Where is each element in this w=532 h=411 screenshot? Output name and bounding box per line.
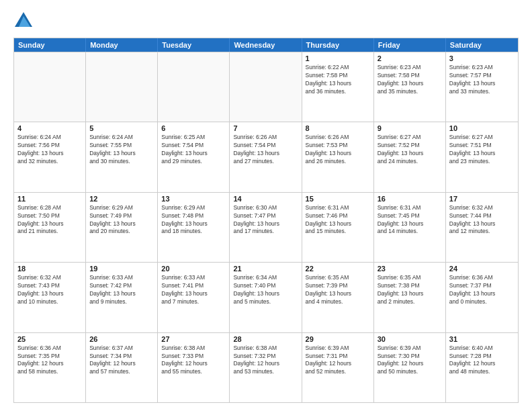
cal-cell-17: 17Sunrise: 6:32 AM Sunset: 7:44 PM Dayli… xyxy=(446,193,518,262)
cal-cell-13: 13Sunrise: 6:29 AM Sunset: 7:48 PM Dayli… xyxy=(158,193,230,262)
week-row-5: 25Sunrise: 6:36 AM Sunset: 7:35 PM Dayli… xyxy=(14,332,518,402)
cell-info: Sunrise: 6:35 AM Sunset: 7:39 PM Dayligh… xyxy=(306,274,370,306)
cell-info: Sunrise: 6:31 AM Sunset: 7:46 PM Dayligh… xyxy=(306,204,370,236)
day-number: 16 xyxy=(378,195,442,203)
header-day-monday: Monday xyxy=(86,38,158,52)
cell-info: Sunrise: 6:27 AM Sunset: 7:52 PM Dayligh… xyxy=(378,134,442,166)
cell-info: Sunrise: 6:25 AM Sunset: 7:54 PM Dayligh… xyxy=(161,134,226,166)
cell-info: Sunrise: 6:32 AM Sunset: 7:43 PM Dayligh… xyxy=(17,274,82,306)
day-number: 15 xyxy=(306,195,370,203)
cal-cell-31: 31Sunrise: 6:40 AM Sunset: 7:28 PM Dayli… xyxy=(446,333,518,402)
cell-info: Sunrise: 6:28 AM Sunset: 7:50 PM Dayligh… xyxy=(17,204,82,236)
cell-info: Sunrise: 6:36 AM Sunset: 7:35 PM Dayligh… xyxy=(17,345,82,377)
cell-info: Sunrise: 6:31 AM Sunset: 7:45 PM Dayligh… xyxy=(378,204,442,236)
day-number: 28 xyxy=(233,335,298,343)
day-number: 22 xyxy=(306,265,370,273)
cal-cell-7: 7Sunrise: 6:26 AM Sunset: 7:54 PM Daylig… xyxy=(230,122,302,191)
day-number: 12 xyxy=(89,195,154,203)
cell-info: Sunrise: 6:36 AM Sunset: 7:37 PM Dayligh… xyxy=(449,274,515,306)
cal-cell-25: 25Sunrise: 6:36 AM Sunset: 7:35 PM Dayli… xyxy=(14,333,86,402)
cal-cell-3: 3Sunrise: 6:23 AM Sunset: 7:57 PM Daylig… xyxy=(446,52,518,122)
day-number: 5 xyxy=(89,124,154,132)
day-number: 25 xyxy=(17,335,82,343)
cell-info: Sunrise: 6:22 AM Sunset: 7:58 PM Dayligh… xyxy=(306,64,370,96)
day-number: 24 xyxy=(449,265,515,273)
calendar: SundayMondayTuesdayWednesdayThursdayFrid… xyxy=(13,38,519,403)
cell-info: Sunrise: 6:32 AM Sunset: 7:44 PM Dayligh… xyxy=(449,204,515,236)
header-day-saturday: Saturday xyxy=(446,38,518,52)
cell-info: Sunrise: 6:38 AM Sunset: 7:32 PM Dayligh… xyxy=(233,345,298,377)
day-number: 13 xyxy=(161,195,226,203)
logo-icon xyxy=(13,11,34,31)
cell-info: Sunrise: 6:23 AM Sunset: 7:58 PM Dayligh… xyxy=(378,64,442,96)
day-number: 11 xyxy=(17,195,82,203)
cell-info: Sunrise: 6:23 AM Sunset: 7:57 PM Dayligh… xyxy=(449,64,515,96)
cell-info: Sunrise: 6:39 AM Sunset: 7:30 PM Dayligh… xyxy=(378,345,442,377)
day-number: 19 xyxy=(89,265,154,273)
cell-info: Sunrise: 6:24 AM Sunset: 7:56 PM Dayligh… xyxy=(17,134,82,166)
cal-cell-16: 16Sunrise: 6:31 AM Sunset: 7:45 PM Dayli… xyxy=(374,193,446,262)
day-number: 4 xyxy=(17,124,82,132)
cal-cell-empty-0-2 xyxy=(158,52,230,122)
day-number: 29 xyxy=(306,335,370,343)
header-day-tuesday: Tuesday xyxy=(158,38,230,52)
cell-info: Sunrise: 6:29 AM Sunset: 7:48 PM Dayligh… xyxy=(161,204,226,236)
day-number: 2 xyxy=(378,54,442,62)
week-row-4: 18Sunrise: 6:32 AM Sunset: 7:43 PM Dayli… xyxy=(14,262,518,332)
day-number: 1 xyxy=(306,54,370,62)
day-number: 7 xyxy=(233,124,298,132)
day-number: 26 xyxy=(89,335,154,343)
cal-cell-9: 9Sunrise: 6:27 AM Sunset: 7:52 PM Daylig… xyxy=(374,122,446,191)
day-number: 27 xyxy=(161,335,226,343)
day-number: 23 xyxy=(378,265,442,273)
cal-cell-5: 5Sunrise: 6:24 AM Sunset: 7:55 PM Daylig… xyxy=(86,122,158,191)
day-number: 6 xyxy=(161,124,226,132)
cal-cell-26: 26Sunrise: 6:37 AM Sunset: 7:34 PM Dayli… xyxy=(86,333,158,402)
cell-info: Sunrise: 6:29 AM Sunset: 7:49 PM Dayligh… xyxy=(89,204,154,236)
cal-cell-30: 30Sunrise: 6:39 AM Sunset: 7:30 PM Dayli… xyxy=(374,333,446,402)
cell-info: Sunrise: 6:30 AM Sunset: 7:47 PM Dayligh… xyxy=(233,204,298,236)
cal-cell-14: 14Sunrise: 6:30 AM Sunset: 7:47 PM Dayli… xyxy=(230,193,302,262)
cell-info: Sunrise: 6:38 AM Sunset: 7:33 PM Dayligh… xyxy=(161,345,226,377)
cal-cell-empty-0-1 xyxy=(86,52,158,122)
cal-cell-8: 8Sunrise: 6:26 AM Sunset: 7:53 PM Daylig… xyxy=(302,122,374,191)
day-number: 3 xyxy=(449,54,515,62)
cal-cell-4: 4Sunrise: 6:24 AM Sunset: 7:56 PM Daylig… xyxy=(14,122,86,191)
calendar-header: SundayMondayTuesdayWednesdayThursdayFrid… xyxy=(14,38,518,52)
cal-cell-1: 1Sunrise: 6:22 AM Sunset: 7:58 PM Daylig… xyxy=(302,52,374,122)
header-day-thursday: Thursday xyxy=(302,38,374,52)
cal-cell-29: 29Sunrise: 6:39 AM Sunset: 7:31 PM Dayli… xyxy=(302,333,374,402)
cal-cell-12: 12Sunrise: 6:29 AM Sunset: 7:49 PM Dayli… xyxy=(86,193,158,262)
cal-cell-22: 22Sunrise: 6:35 AM Sunset: 7:39 PM Dayli… xyxy=(302,263,374,332)
cal-cell-15: 15Sunrise: 6:31 AM Sunset: 7:46 PM Dayli… xyxy=(302,193,374,262)
day-number: 14 xyxy=(233,195,298,203)
cal-cell-24: 24Sunrise: 6:36 AM Sunset: 7:37 PM Dayli… xyxy=(446,263,518,332)
cell-info: Sunrise: 6:26 AM Sunset: 7:53 PM Dayligh… xyxy=(306,134,370,166)
cal-cell-empty-0-3 xyxy=(230,52,302,122)
logo xyxy=(13,11,36,31)
page: SundayMondayTuesdayWednesdayThursdayFrid… xyxy=(0,0,532,411)
day-number: 20 xyxy=(161,265,226,273)
cell-info: Sunrise: 6:35 AM Sunset: 7:38 PM Dayligh… xyxy=(378,274,442,306)
day-number: 10 xyxy=(449,124,515,132)
day-number: 17 xyxy=(449,195,515,203)
cell-info: Sunrise: 6:40 AM Sunset: 7:28 PM Dayligh… xyxy=(449,345,515,377)
day-number: 9 xyxy=(378,124,442,132)
cell-info: Sunrise: 6:27 AM Sunset: 7:51 PM Dayligh… xyxy=(449,134,515,166)
cell-info: Sunrise: 6:39 AM Sunset: 7:31 PM Dayligh… xyxy=(306,345,370,377)
cal-cell-27: 27Sunrise: 6:38 AM Sunset: 7:33 PM Dayli… xyxy=(158,333,230,402)
header-day-wednesday: Wednesday xyxy=(230,38,302,52)
cal-cell-empty-0-0 xyxy=(14,52,86,122)
week-row-1: 1Sunrise: 6:22 AM Sunset: 7:58 PM Daylig… xyxy=(14,52,518,122)
calendar-body: 1Sunrise: 6:22 AM Sunset: 7:58 PM Daylig… xyxy=(14,52,518,402)
cal-cell-28: 28Sunrise: 6:38 AM Sunset: 7:32 PM Dayli… xyxy=(230,333,302,402)
cell-info: Sunrise: 6:33 AM Sunset: 7:42 PM Dayligh… xyxy=(89,274,154,306)
week-row-2: 4Sunrise: 6:24 AM Sunset: 7:56 PM Daylig… xyxy=(14,122,518,191)
cell-info: Sunrise: 6:24 AM Sunset: 7:55 PM Dayligh… xyxy=(89,134,154,166)
day-number: 30 xyxy=(378,335,442,343)
cell-info: Sunrise: 6:34 AM Sunset: 7:40 PM Dayligh… xyxy=(233,274,298,306)
cal-cell-21: 21Sunrise: 6:34 AM Sunset: 7:40 PM Dayli… xyxy=(230,263,302,332)
cal-cell-6: 6Sunrise: 6:25 AM Sunset: 7:54 PM Daylig… xyxy=(158,122,230,191)
day-number: 8 xyxy=(306,124,370,132)
cell-info: Sunrise: 6:33 AM Sunset: 7:41 PM Dayligh… xyxy=(161,274,226,306)
